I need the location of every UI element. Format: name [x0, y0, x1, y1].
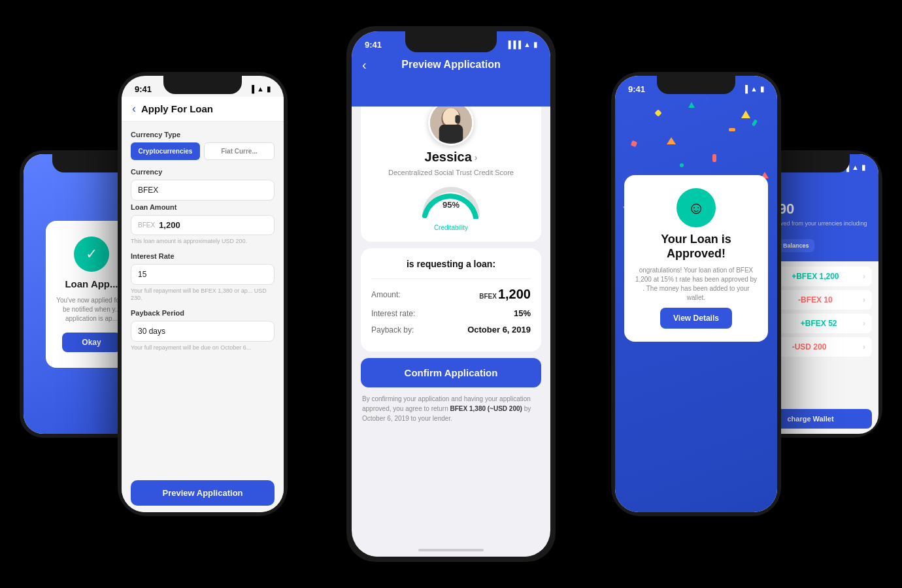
approved-desc: ongratulations! Your loan ation of BFEX …	[635, 266, 758, 302]
battery-icon: ▮	[533, 41, 537, 49]
avatar	[428, 106, 474, 146]
svg-text:95%: 95%	[443, 200, 459, 210]
smile-icon: ☺	[676, 188, 716, 227]
phone-approved: 9:41 ▐ ▲ ▮ ☺ Your Loan isApproved! ongra…	[611, 72, 781, 516]
notch	[163, 76, 242, 94]
notch	[405, 31, 497, 52]
big-amount: 1,200	[498, 287, 531, 302]
confetti-4	[703, 97, 710, 104]
phone-apply-loan: 9:41 ▐ ▲ ▮ ‹ Apply For Loan Currency Typ…	[118, 72, 288, 516]
battery-icon: ▮	[267, 85, 271, 93]
time: 9:41	[365, 40, 382, 50]
phone2-header: ‹ Apply For Loan	[122, 97, 284, 122]
tx-amount-2: -BFEX 10	[798, 295, 833, 304]
triangle-5	[667, 137, 676, 144]
payback-label: Payback Period	[131, 309, 275, 317]
phone-preview: 9:41 ▐▐▐ ▲ ▮ ‹ Preview Application	[346, 26, 556, 562]
loan-amount-label: Loan Amount	[131, 203, 275, 211]
creditability-label: Creditability	[434, 224, 468, 231]
tx-chevron-4: ›	[863, 342, 865, 351]
interest-rate-row: Interest rate: 15%	[371, 308, 531, 318]
svg-rect-5	[455, 115, 459, 123]
apply-loan-title: Apply For Loan	[141, 103, 213, 114]
home-indicator-area	[352, 544, 550, 557]
phone2-screen: 9:41 ▐ ▲ ▮ ‹ Apply For Loan Currency Typ…	[122, 76, 284, 512]
home-indicator	[418, 549, 484, 551]
payback-row: Payback by: October 6, 2019	[371, 325, 531, 335]
amount-label: Amount:	[371, 290, 401, 299]
approved-card: ☺ Your Loan isApproved! ongratulations! …	[624, 175, 768, 342]
phones-container: 9:41 ▐ ▲ ▮ ✓ Loan App... You've now appl…	[0, 0, 902, 588]
tx-chevron-2: ›	[863, 295, 865, 304]
triangle-1	[741, 110, 750, 118]
loan-card: is requesting a loan: Amount: BFEX 1,200…	[361, 248, 541, 351]
interest-value: 15%	[514, 308, 531, 318]
notch	[657, 76, 735, 94]
confetti-1	[631, 140, 637, 147]
interest-input[interactable]: 15	[131, 264, 275, 285]
loan-requesting-text: is requesting a loan:	[371, 259, 531, 269]
header-extension	[352, 80, 550, 106]
triangle-3	[688, 102, 695, 108]
currency-label: Currency	[131, 168, 275, 176]
approved-title: Your Loan isApproved!	[661, 233, 731, 261]
phone3-screen: 9:41 ▐▐▐ ▲ ▮ ‹ Preview Application	[352, 31, 550, 557]
currency-type-label: Currency Type	[131, 131, 275, 139]
chevron-icon: ›	[475, 152, 478, 163]
profile-card: Jessica › Decentralized Social Trust Cre…	[361, 106, 541, 242]
battery-icon: ▮	[861, 163, 865, 172]
phone2-body: Currency Type Cryptocurrencies Fiat Curr…	[122, 122, 284, 474]
svg-rect-4	[439, 125, 463, 142]
confirm-note: By confirming your application and havin…	[361, 394, 541, 423]
back-arrow-icon[interactable]: ‹	[132, 102, 136, 116]
confirm-application-button[interactable]: Confirm Application	[361, 358, 541, 387]
fiat-button[interactable]: Fiat Curre...	[204, 142, 275, 160]
tx-chevron-3: ›	[863, 319, 865, 328]
view-details-button[interactable]: View Details	[660, 308, 732, 329]
interest-label: Interest rate:	[371, 309, 415, 318]
currency-type-toggle: Cryptocurrencies Fiat Curre...	[131, 142, 275, 160]
payback-label: Payback by:	[371, 325, 414, 335]
payback-input[interactable]: 30 days	[131, 321, 275, 342]
tx-chevron-1: ›	[863, 272, 865, 281]
time: 9:41	[628, 84, 645, 94]
interest-label: Interest Rate	[131, 252, 275, 260]
interest-hint: Your full repayment will be BFEX 1,380 o…	[131, 287, 275, 302]
currency-input[interactable]: BFEX	[131, 180, 275, 201]
phone3-header: ‹ Preview Application	[352, 52, 550, 81]
loan-amount-value: 1,200	[159, 220, 180, 230]
status-icons: ▐ ▲ ▮	[743, 85, 764, 93]
check-icon: ✓	[74, 237, 109, 272]
credit-gauge: 95%	[418, 183, 484, 219]
confetti-2	[654, 110, 661, 117]
loan-amount-row: Amount: BFEX 1,200	[371, 287, 531, 302]
preview-application-button[interactable]: Preview Application	[131, 480, 275, 506]
credit-label: Decentralized Social Trust Credit Score	[388, 169, 514, 176]
tx-amount-3: +BFEX 52	[801, 319, 837, 328]
payback-value: October 6, 2019	[467, 325, 531, 335]
confetti-8	[712, 154, 716, 162]
loan-amount-field[interactable]: BFEX 1,200	[131, 215, 275, 235]
wifi-icon: ▲	[524, 41, 531, 48]
okay-button[interactable]: Okay	[62, 333, 120, 352]
divider	[371, 278, 531, 279]
back-arrow-icon[interactable]: ‹	[362, 57, 367, 73]
phone4-screen: 9:41 ▐ ▲ ▮ ☺ Your Loan isApproved! ongra…	[615, 76, 777, 512]
preview-title: Preview Application	[401, 59, 500, 71]
bfex-tag: BFEX	[479, 293, 497, 300]
confetti-10	[752, 119, 758, 126]
payback-hint: Your full repayment will be due on Octob…	[131, 344, 275, 352]
crypto-button[interactable]: Cryptocurrencies	[131, 142, 200, 160]
user-name: Jessica ›	[425, 150, 478, 165]
signal-icon: ▐	[249, 85, 254, 93]
notch	[771, 154, 850, 172]
wifi-icon: ▲	[750, 85, 758, 93]
loan-applied-title: Loan App...	[65, 278, 118, 289]
amount-value: BFEX 1,200	[479, 287, 531, 302]
battery-icon: ▮	[760, 85, 764, 93]
phone3-body: Jessica › Decentralized Social Trust Cre…	[352, 106, 550, 544]
wifi-icon: ▲	[852, 163, 859, 171]
confetti-3	[680, 163, 684, 167]
tx-amount-1: +BFEX 1,200	[792, 272, 839, 281]
loan-applied-desc: You've now applied for...be notified whe…	[56, 296, 127, 323]
